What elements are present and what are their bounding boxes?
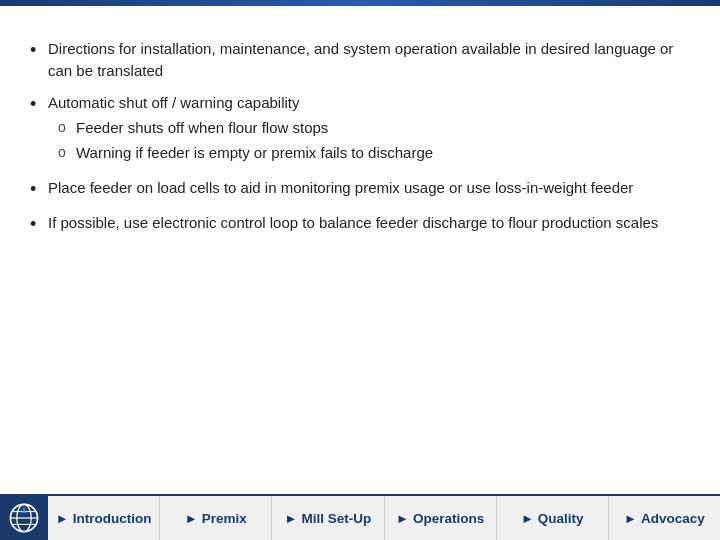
bullet-list: •Directions for installation, maintenanc… — [30, 38, 690, 237]
bullet-dot-3: • — [30, 212, 48, 237]
nav-item-operations[interactable]: ►Operations — [385, 496, 497, 540]
nav-items: ►Introduction►Premix►Mill Set-Up►Operati… — [48, 496, 720, 540]
bullet-text-0: Directions for installation, maintenance… — [48, 38, 690, 82]
nav-label-2: Mill Set-Up — [301, 511, 371, 526]
nav-arrow-icon-5: ► — [624, 511, 637, 526]
nav-label-1: Premix — [202, 511, 247, 526]
sub-bullet-item-1-0: oFeeder shuts off when flour flow stops — [48, 117, 433, 139]
sub-bullet-list-1: oFeeder shuts off when flour flow stopso… — [48, 117, 433, 164]
bullet-dot-1: • — [30, 92, 48, 117]
nav-logo — [0, 496, 48, 540]
nav-label-5: Advocacy — [641, 511, 705, 526]
nav-arrow-icon-4: ► — [521, 511, 534, 526]
bullet-item-3: •If possible, use electronic control loo… — [30, 212, 690, 237]
sub-bullet-item-1-1: oWarning if feeder is empty or premix fa… — [48, 142, 433, 164]
nav-arrow-icon-3: ► — [396, 511, 409, 526]
nav-arrow-icon-2: ► — [285, 511, 298, 526]
bullet-text-2: Place feeder on load cells to aid in mon… — [48, 177, 633, 199]
nav-label-0: Introduction — [73, 511, 152, 526]
sub-dot-1-1: o — [48, 142, 76, 163]
nav-item-premix[interactable]: ►Premix — [160, 496, 272, 540]
main-content: •Directions for installation, maintenanc… — [0, 6, 720, 257]
bullet-dot-2: • — [30, 177, 48, 202]
nav-label-4: Quality — [538, 511, 584, 526]
bullet-item-2: •Place feeder on load cells to aid in mo… — [30, 177, 690, 202]
svg-marker-5 — [22, 506, 27, 514]
bottom-nav: ►Introduction►Premix►Mill Set-Up►Operati… — [0, 494, 720, 540]
sub-dot-1-0: o — [48, 117, 76, 138]
nav-item-advocacy[interactable]: ►Advocacy — [609, 496, 720, 540]
nav-item-quality[interactable]: ►Quality — [497, 496, 609, 540]
bullet-text-3: If possible, use electronic control loop… — [48, 212, 658, 234]
nav-arrow-icon-0: ► — [56, 511, 69, 526]
sub-text-1-1: Warning if feeder is empty or premix fai… — [76, 142, 433, 164]
bullet-item-1: •Automatic shut off / warning capability… — [30, 92, 690, 167]
nav-item-mill-set-up[interactable]: ►Mill Set-Up — [272, 496, 384, 540]
nav-arrow-icon-1: ► — [185, 511, 198, 526]
nav-item-introduction[interactable]: ►Introduction — [48, 496, 160, 540]
bullet-text-1: Automatic shut off / warning capabilityo… — [48, 92, 433, 167]
globe-icon — [8, 502, 40, 534]
nav-label-3: Operations — [413, 511, 484, 526]
sub-text-1-0: Feeder shuts off when flour flow stops — [76, 117, 328, 139]
bullet-item-0: •Directions for installation, maintenanc… — [30, 38, 690, 82]
bullet-dot-0: • — [30, 38, 48, 63]
